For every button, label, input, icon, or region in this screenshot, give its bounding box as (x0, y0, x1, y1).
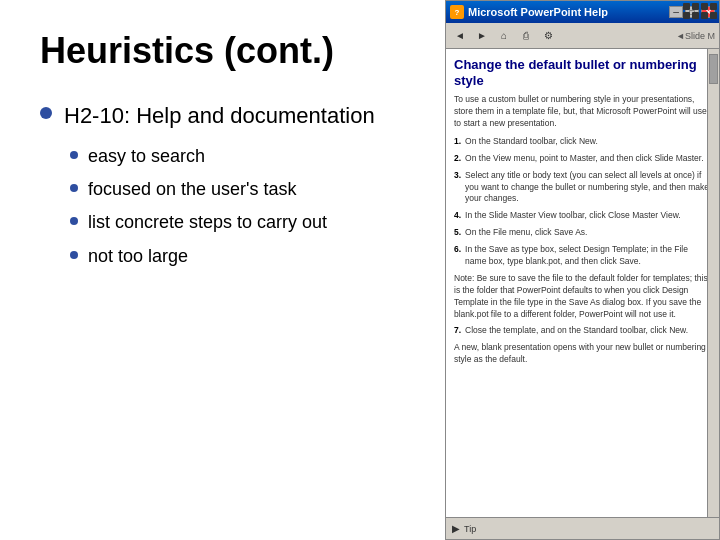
decor-dot (683, 3, 690, 10)
step-content: On the File menu, click Save As. (465, 227, 711, 239)
list-item: list concrete steps to carry out (70, 211, 410, 234)
title-bar-label: Microsoft PowerPoint Help (468, 6, 669, 18)
sub-bullet-icon (70, 151, 78, 159)
sub-bullet-icon (70, 251, 78, 259)
sub-bullet-icon (70, 184, 78, 192)
main-bullet-item: H2-10: Help and documentation (40, 102, 410, 131)
slide-indicator: ◄Slide M (676, 31, 715, 41)
help-note: Note: Be sure to save the file to the de… (454, 273, 711, 321)
decor-dot (710, 12, 717, 19)
help-content-area: Change the default bullet or numbering s… (446, 49, 719, 517)
slide-title: Heuristics (cont.) (40, 30, 410, 72)
help-step-6: 6. In the Save as type box, select Desig… (454, 244, 711, 268)
back-button[interactable]: ◄ (450, 26, 470, 46)
sub-bullet-text-4: not too large (88, 245, 188, 268)
step-number: 6. (454, 244, 461, 268)
decor-dot (692, 3, 699, 10)
sub-bullet-icon (70, 217, 78, 225)
help-step-1: 1. On the Standard toolbar, click New. (454, 136, 711, 148)
scrollbar-thumb[interactable] (709, 54, 718, 84)
step-number: 4. (454, 210, 461, 222)
bullet-icon (40, 107, 52, 119)
decor-dot (692, 12, 699, 19)
help-step-7: 7. Close the template, and on the Standa… (454, 325, 711, 337)
help-step-5: 5. On the File menu, click Save As. (454, 227, 711, 239)
step-number: 1. (454, 136, 461, 148)
help-step-4: 4. In the Slide Master View toolbar, cli… (454, 210, 711, 222)
decor-dot (701, 12, 708, 19)
help-footer: ▶ Tip (446, 517, 719, 539)
decor-dot (710, 3, 717, 10)
options-button[interactable]: ⚙ (538, 26, 558, 46)
step-content: In the Slide Master View toolbar, click … (465, 210, 711, 222)
closing-text: A new, blank presentation opens with you… (454, 342, 711, 366)
slide-content: Heuristics (cont.) H2-10: Help and docum… (0, 0, 450, 540)
main-bullet-text: H2-10: Help and documentation (64, 102, 375, 131)
list-item: not too large (70, 245, 410, 268)
help-toolbar: ◄ ► ⌂ ⎙ ⚙ ◄Slide M (446, 23, 719, 49)
step-content: In the Save as type box, select Design T… (465, 244, 711, 268)
title-bar: ? Microsoft PowerPoint Help ─ □ ✕ (446, 1, 719, 23)
decor-dot (683, 12, 690, 19)
step-number: 5. (454, 227, 461, 239)
help-content-title: Change the default bullet or numbering s… (454, 57, 711, 88)
step-content: On the Standard toolbar, click New. (465, 136, 711, 148)
help-step-2: 2. On the View menu, point to Master, an… (454, 153, 711, 165)
forward-button[interactable]: ► (472, 26, 492, 46)
step-content: Select any title or body text (you can s… (465, 170, 711, 206)
sub-bullet-text-3: list concrete steps to carry out (88, 211, 327, 234)
decor-dot (701, 3, 708, 10)
sub-bullets-list: easy to search focused on the user's tas… (70, 145, 410, 269)
help-closing-text: A new, blank presentation opens with you… (454, 342, 711, 366)
print-button[interactable]: ⎙ (516, 26, 536, 46)
help-window: ? Microsoft PowerPoint Help ─ □ ✕ ◄ ► ⌂ … (445, 0, 720, 540)
list-item: focused on the user's task (70, 178, 410, 201)
sub-bullet-text-2: focused on the user's task (88, 178, 297, 201)
note-text: Note: Be sure to save the file to the de… (454, 273, 711, 321)
help-intro-text: To use a custom bullet or numbering styl… (454, 94, 711, 130)
help-step-3: 3. Select any title or body text (you ca… (454, 170, 711, 206)
list-item: easy to search (70, 145, 410, 168)
sub-bullet-text-1: easy to search (88, 145, 205, 168)
step-number: 3. (454, 170, 461, 206)
home-button[interactable]: ⌂ (494, 26, 514, 46)
step-content: On the View menu, point to Master, and t… (465, 153, 711, 165)
step-content: Close the template, and on the Standard … (465, 325, 711, 337)
step-number: 2. (454, 153, 461, 165)
scrollbar[interactable] (707, 49, 719, 517)
footer-expand-icon[interactable]: ▶ (452, 523, 460, 534)
minimize-button[interactable]: ─ (669, 6, 683, 18)
step-number: 7. (454, 325, 461, 337)
app-icon: ? (450, 5, 464, 19)
footer-tip-label: Tip (464, 524, 476, 534)
